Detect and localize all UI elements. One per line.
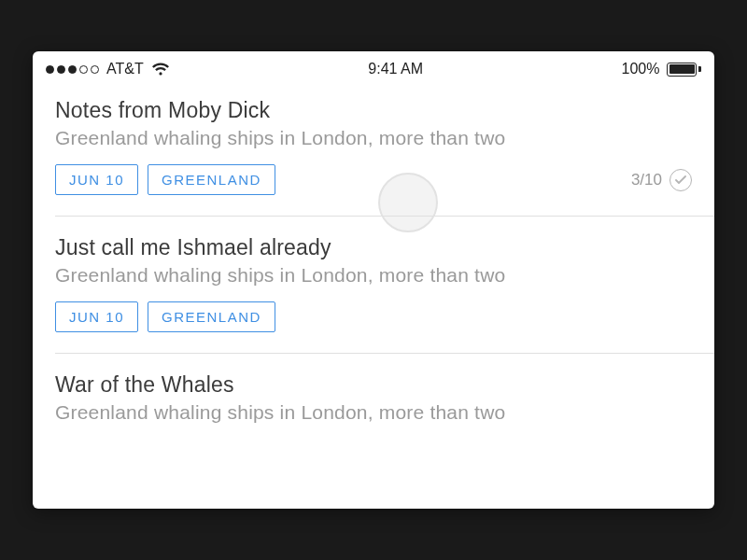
note-title: Just call me Ishmael already: [55, 235, 692, 260]
note-meta-row: JUN 10 GREENLAND 3/10: [55, 164, 692, 195]
notes-list[interactable]: Notes from Moby Dick Greenland whaling s…: [33, 87, 714, 459]
checkmark-circle-icon: [669, 169, 692, 191]
list-item[interactable]: Just call me Ishmael already Greenland w…: [55, 217, 714, 354]
status-bar: AT&T 9:41 AM 100%: [33, 51, 714, 87]
note-progress: 3/10: [631, 169, 692, 191]
wifi-icon: [151, 63, 170, 77]
list-item[interactable]: War of the Whales Greenland whaling ship…: [55, 354, 714, 459]
note-tag[interactable]: JUN 10: [55, 301, 138, 332]
note-title: Notes from Moby Dick: [55, 98, 692, 123]
status-bar-left: AT&T: [46, 61, 170, 77]
progress-count: 3/10: [631, 171, 662, 189]
status-bar-right: 100%: [622, 61, 701, 77]
signal-strength-icon: [46, 65, 99, 74]
note-title: War of the Whales: [55, 372, 692, 398]
battery-percent-label: 100%: [622, 61, 660, 77]
carrier-label: AT&T: [106, 61, 144, 77]
phone-screen: AT&T 9:41 AM 100% Notes from Moby Dick G…: [33, 51, 714, 509]
note-tag[interactable]: GREENLAND: [148, 301, 275, 332]
list-item[interactable]: Notes from Moby Dick Greenland whaling s…: [55, 87, 714, 217]
note-preview: Greenland whaling ships in London, more …: [55, 264, 692, 287]
note-preview: Greenland whaling ships in London, more …: [55, 127, 692, 149]
note-preview: Greenland whaling ships in London, more …: [55, 401, 692, 424]
note-tag[interactable]: GREENLAND: [148, 164, 275, 195]
note-meta-row: JUN 10 GREENLAND: [55, 301, 692, 332]
note-tag[interactable]: JUN 10: [55, 164, 138, 195]
status-bar-time: 9:41 AM: [368, 61, 423, 77]
battery-icon: [667, 63, 701, 77]
